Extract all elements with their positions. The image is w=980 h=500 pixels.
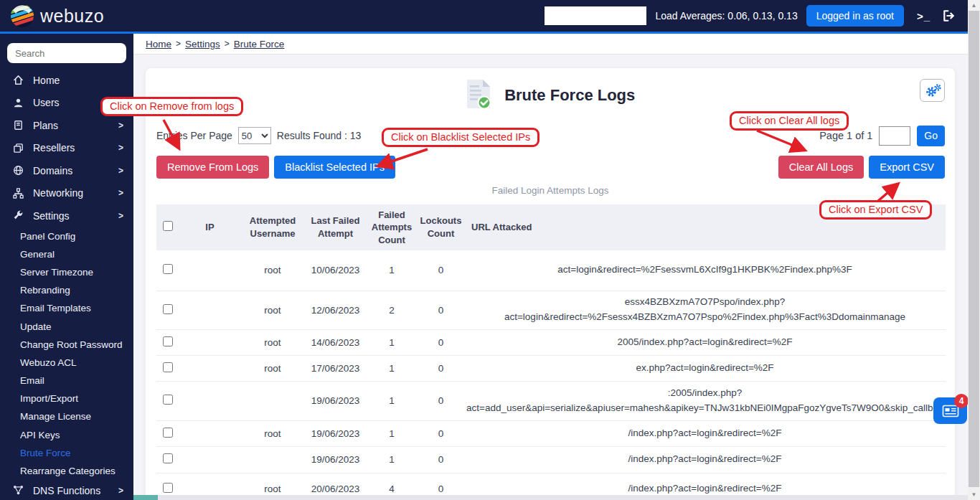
row-checkbox[interactable] — [163, 453, 173, 463]
sidebar-subitem-email[interactable]: Email — [0, 372, 133, 390]
entries-per-page-select[interactable]: 50 — [238, 127, 271, 144]
plans-icon — [13, 120, 24, 131]
row-checkbox[interactable] — [163, 362, 173, 372]
lockouts-cell: 0 — [418, 250, 464, 291]
sidebar-subitem-panel-config[interactable]: Panel Config — [0, 227, 133, 245]
sidebar-subitem-manage-license[interactable]: Manage License — [0, 407, 133, 425]
sidebar-subitem-api-keys[interactable]: API Keys — [0, 426, 133, 444]
table-row: 19/06/2023 1 0 :2005/index.php? act=add_… — [156, 381, 946, 420]
sidebar-subitem-import-export[interactable]: Import/Export — [0, 390, 133, 407]
header-search-input[interactable] — [545, 6, 646, 25]
sidebar-item-label: Networking — [33, 187, 83, 199]
date-cell: 14/06/2023 — [305, 329, 366, 355]
failed-count-cell: 1 — [366, 446, 418, 473]
sidebar-item-resellers[interactable]: Resellers > — [0, 137, 133, 160]
breadcrumb-home-link[interactable]: Home — [146, 39, 171, 49]
top-header: webuzo Load Averages: 0.06, 0.13, 0.13 L… — [0, 0, 980, 34]
url-cell: ex.php?act=login&redirect=%2F — [464, 355, 946, 381]
document-check-icon — [466, 100, 494, 112]
sidebar-item-settings[interactable]: Settings > — [0, 204, 133, 227]
home-icon — [13, 75, 24, 85]
logged-in-as-root-button[interactable]: Logged in as root — [806, 5, 904, 27]
sidebar-subitem-webuzo-acl[interactable]: Webuzo ACL — [0, 354, 133, 372]
sidebar-item-label: Users — [33, 97, 60, 108]
url-cell: 2005/index.php?act=login&redirect=%2F — [464, 329, 946, 355]
lockouts-cell: 0 — [418, 420, 464, 446]
settings-gear-button[interactable] — [920, 79, 945, 102]
breadcrumb-settings-link[interactable]: Settings — [185, 39, 220, 49]
select-all-checkbox[interactable] — [163, 221, 173, 231]
url-cell: essx4BZBXzmA7O7Pspo/index.php? act=login… — [464, 291, 946, 329]
scroll-up-arrow[interactable]: ▲ — [968, 0, 980, 11]
sidebar-item-label: Domains — [33, 165, 72, 176]
logout-icon[interactable] — [942, 9, 956, 22]
sidebar-subitem-brute-force[interactable]: Brute Force — [0, 444, 133, 462]
row-checkbox[interactable] — [163, 304, 173, 314]
sidebar-item-networking[interactable]: Networking > — [0, 182, 133, 205]
horizontal-scroll-thumb[interactable] — [133, 495, 158, 500]
username-cell — [240, 446, 305, 473]
sidebar-search-input[interactable] — [7, 48, 126, 59]
ip-cell — [179, 329, 240, 355]
table-row: root 14/06/2023 1 0 2005/index.php?act=l… — [156, 329, 946, 355]
failed-count-cell: 1 — [366, 329, 418, 355]
resellers-icon — [13, 143, 24, 154]
username-cell: root — [240, 355, 305, 381]
sidebar-subitem-rearrange-categories[interactable]: Rearrange Categories — [0, 462, 133, 480]
remove-from-logs-button[interactable]: Remove From Logs — [156, 156, 269, 179]
col-ip: IP — [179, 204, 240, 250]
clear-all-logs-button[interactable]: Clear All Logs — [778, 156, 864, 179]
sidebar-subitem-update[interactable]: Update — [0, 317, 133, 335]
failed-count-cell: 1 — [366, 355, 418, 381]
sidebar-item-domains[interactable]: Domains > — [0, 159, 133, 182]
scroll-down-arrow[interactable]: ▼ — [968, 489, 980, 500]
terminal-icon[interactable]: >_ — [917, 10, 930, 22]
subitem-label: Panel Config — [20, 231, 75, 242]
url-cell: /index.php?act=login&redirect=%2F — [464, 446, 946, 473]
lockouts-cell: 0 — [418, 446, 464, 473]
date-cell: 19/06/2023 — [305, 420, 366, 446]
subitem-label: Email Templates — [20, 303, 91, 313]
blacklist-selected-ips-button[interactable]: Blacklist Selected IPs — [274, 156, 395, 179]
sidebar-item-label: Settings — [33, 210, 70, 222]
load-averages-text: Load Averages: 0.06, 0.13, 0.13 — [655, 10, 797, 22]
failed-count-cell: 1 — [366, 250, 418, 291]
col-last-failed-attempt: Last Failed Attempt — [305, 204, 366, 250]
row-checkbox[interactable] — [163, 336, 173, 346]
sidebar-subitem-email-templates[interactable]: Email Templates — [0, 299, 133, 317]
row-checkbox[interactable] — [163, 264, 173, 274]
brand-logo[interactable]: webuzo — [10, 4, 104, 28]
table-row: root 17/06/2023 1 0 ex.php?act=login&red… — [156, 355, 946, 381]
subitem-label: Server Timezone — [20, 267, 93, 278]
ip-cell — [179, 420, 240, 446]
sidebar-item-dns-functions[interactable]: DNS Functions > — [0, 480, 133, 500]
section-caption: Failed Login Attempts Logs — [146, 185, 955, 196]
sidebar-subitem-server-timezone[interactable]: Server Timezone — [0, 263, 133, 281]
vertical-scrollbar[interactable]: ▲ ▼ — [968, 0, 980, 500]
sidebar-subitem-general[interactable]: General — [0, 245, 133, 263]
vertical-scroll-thumb[interactable] — [969, 11, 979, 487]
breadcrumb-current-link[interactable]: Brute Force — [234, 39, 285, 49]
export-csv-button[interactable]: Export CSV — [869, 156, 945, 179]
username-cell — [240, 381, 305, 420]
ip-cell — [179, 291, 240, 329]
row-checkbox[interactable] — [163, 483, 173, 493]
sidebar-item-plans[interactable]: Plans > — [0, 114, 133, 137]
networking-icon — [13, 188, 24, 199]
url-cell: :2005/index.php? act=add_user&api=serial… — [464, 381, 946, 420]
sidebar-subitem-rebranding[interactable]: Rebranding — [0, 281, 133, 299]
page-number-input[interactable] — [879, 126, 910, 146]
sidebar-item-label: Resellers — [33, 142, 75, 154]
chevron-right-icon: > — [118, 188, 123, 198]
horizontal-scrollbar[interactable] — [133, 495, 968, 500]
go-button[interactable]: Go — [917, 126, 945, 146]
url-cell: /index.php?act=login&redirect=%2F — [464, 420, 946, 446]
row-checkbox[interactable] — [163, 428, 173, 438]
row-checkbox[interactable] — [163, 395, 173, 405]
chevron-right-icon: > — [118, 486, 123, 496]
sidebar-item-label: DNS Functions — [33, 485, 100, 496]
username-cell: root — [240, 291, 305, 329]
sidebar-item-home[interactable]: Home — [0, 69, 133, 92]
sidebar-subitem-change-root-password[interactable]: Change Root Password — [0, 336, 133, 354]
breadcrumb-separator: > — [225, 39, 230, 49]
